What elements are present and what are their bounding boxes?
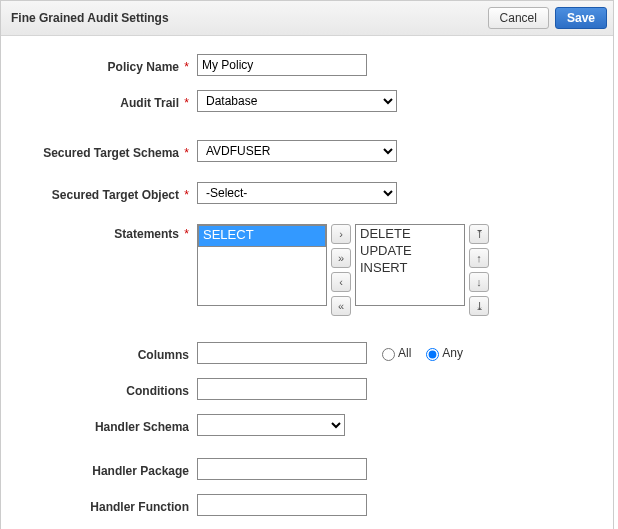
handler-package-input[interactable] bbox=[197, 458, 367, 480]
columns-all-radio-label[interactable]: All bbox=[377, 345, 411, 361]
fine-grained-audit-panel: Fine Grained Audit Settings Cancel Save … bbox=[0, 0, 614, 529]
columns-all-radio[interactable] bbox=[382, 348, 395, 361]
move-right-button[interactable]: › bbox=[331, 224, 351, 244]
object-select[interactable]: -Select- bbox=[197, 182, 397, 204]
move-all-right-icon: » bbox=[338, 252, 344, 264]
shuttle-move-buttons: › » ‹ « bbox=[331, 224, 351, 316]
list-item[interactable]: SELECT bbox=[198, 225, 326, 247]
conditions-input[interactable] bbox=[197, 378, 367, 400]
shuttle-order-buttons: ⤒ ↑ ↓ ⤓ bbox=[469, 224, 489, 316]
move-all-left-icon: « bbox=[338, 300, 344, 312]
list-item[interactable]: UPDATE bbox=[356, 242, 464, 259]
move-up-icon: ↑ bbox=[476, 252, 482, 264]
move-bottom-button[interactable]: ⤓ bbox=[469, 296, 489, 316]
cancel-button[interactable]: Cancel bbox=[488, 7, 549, 29]
handler-function-label: Handler Function bbox=[11, 497, 197, 514]
page-title: Fine Grained Audit Settings bbox=[11, 11, 482, 25]
list-item[interactable]: DELETE bbox=[356, 225, 464, 242]
statements-shuttle: SELECT › » ‹ « DELETE UPDATE INSERT bbox=[197, 224, 493, 316]
audit-trail-select[interactable]: Database bbox=[197, 90, 397, 112]
move-up-button[interactable]: ↑ bbox=[469, 248, 489, 268]
columns-any-radio-label[interactable]: Any bbox=[421, 345, 463, 361]
save-button[interactable]: Save bbox=[555, 7, 607, 29]
policy-name-input[interactable] bbox=[197, 54, 367, 76]
handler-package-label: Handler Package bbox=[11, 461, 197, 478]
columns-radio-group: All Any bbox=[377, 345, 473, 361]
move-bottom-icon: ⤓ bbox=[475, 300, 484, 313]
statements-label: Statements * bbox=[11, 224, 197, 241]
handler-function-input[interactable] bbox=[197, 494, 367, 516]
move-all-left-button[interactable]: « bbox=[331, 296, 351, 316]
audit-trail-label: Audit Trail * bbox=[11, 93, 197, 110]
move-top-button[interactable]: ⤒ bbox=[469, 224, 489, 244]
move-top-icon: ⤒ bbox=[475, 228, 484, 241]
schema-select[interactable]: AVDFUSER bbox=[197, 140, 397, 162]
move-left-button[interactable]: ‹ bbox=[331, 272, 351, 292]
move-down-icon: ↓ bbox=[476, 276, 482, 288]
move-right-icon: › bbox=[339, 228, 343, 240]
handler-schema-label: Handler Schema bbox=[11, 417, 197, 434]
columns-label: Columns bbox=[11, 345, 197, 362]
statements-available-list[interactable]: SELECT bbox=[197, 224, 327, 306]
panel-header: Fine Grained Audit Settings Cancel Save bbox=[1, 1, 613, 36]
conditions-label: Conditions bbox=[11, 381, 197, 398]
policy-name-label: Policy Name * bbox=[11, 57, 197, 74]
move-down-button[interactable]: ↓ bbox=[469, 272, 489, 292]
list-item[interactable]: INSERT bbox=[356, 259, 464, 276]
object-label: Secured Target Object * bbox=[11, 185, 197, 202]
handler-schema-select[interactable] bbox=[197, 414, 345, 436]
move-all-right-button[interactable]: » bbox=[331, 248, 351, 268]
statements-selected-list[interactable]: DELETE UPDATE INSERT bbox=[355, 224, 465, 306]
columns-any-radio[interactable] bbox=[426, 348, 439, 361]
columns-input[interactable] bbox=[197, 342, 367, 364]
panel-body: Policy Name * Audit Trail * Database Sec… bbox=[1, 36, 613, 529]
schema-label: Secured Target Schema * bbox=[11, 143, 197, 160]
move-left-icon: ‹ bbox=[339, 276, 343, 288]
